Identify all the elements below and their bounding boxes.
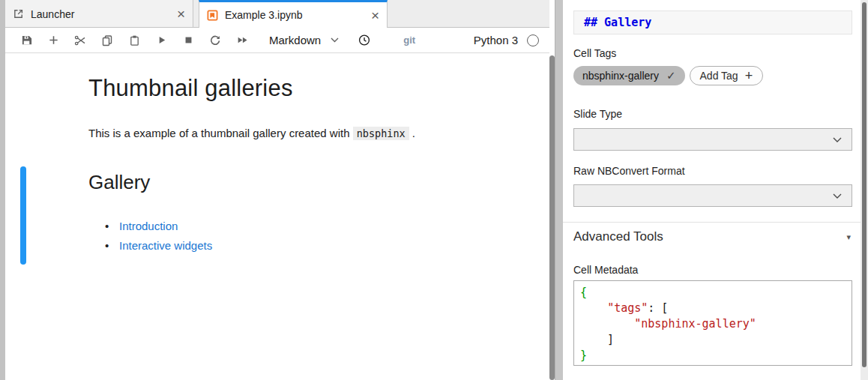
property-inspector-panel: ## Gallery Cell Tags nbsphinx-gallery ✓ … [563, 0, 861, 380]
collapse-caret-icon: ▾ [846, 232, 851, 242]
markdown-heading-1: Thumbnail galleries [88, 73, 293, 103]
raw-nbconvert-format-label: Raw NBConvert Format [573, 165, 852, 177]
cell-type-dropdown[interactable]: Markdown [269, 34, 339, 46]
advanced-tools-title: Advanced Tools [573, 229, 663, 244]
tab-bar: Launcher × Example 3.ipynb × [5, 0, 549, 28]
cell-metadata-label: Cell Metadata [573, 264, 852, 276]
left-edge-strip [0, 0, 5, 380]
fast-forward-icon [236, 34, 248, 46]
add-tag-button[interactable]: Add Tag + [690, 66, 764, 85]
paragraph-text-end: . [409, 127, 415, 139]
slide-type-select[interactable] [573, 128, 852, 151]
bullet-icon: • [105, 236, 109, 256]
add-tag-label: Add Tag [700, 70, 738, 82]
jupyterlab-window: Launcher × Example 3.ipynb × [0, 0, 868, 380]
paragraph-text: This is a example of a thumbnail gallery… [88, 127, 353, 139]
interrupt-kernel-button[interactable] [182, 34, 194, 46]
link-introduction[interactable]: Introduction [119, 220, 178, 232]
panel-splitter[interactable] [555, 0, 563, 380]
kernel-status-icon[interactable] [527, 34, 539, 46]
check-icon: ✓ [666, 69, 676, 82]
code-line: "nbsphinx-gallery" [580, 316, 852, 332]
list-item: •Introduction [103, 217, 212, 236]
code-line: ] [580, 332, 852, 348]
inspector-scrollbar-track[interactable] [861, 0, 868, 380]
close-tab-icon[interactable]: × [177, 7, 185, 21]
cell-metadata-editor[interactable]: { "tags": [ "nbsphinx-gallery" ] } [573, 280, 852, 366]
raw-nbconvert-format-select[interactable] [573, 184, 852, 207]
notebook-scrollbar[interactable] [549, 55, 555, 380]
notebook-dock-panel: Launcher × Example 3.ipynb × [5, 0, 549, 380]
cell-tags-row: nbsphinx-gallery ✓ Add Tag + [573, 66, 852, 85]
notebook-icon [207, 10, 218, 21]
run-cell-button[interactable] [155, 34, 167, 46]
selected-cell-indicator [20, 166, 26, 265]
slide-type-label: Slide Type [573, 108, 852, 120]
inline-code-span: nbsphinx [353, 127, 409, 140]
chevron-down-icon [833, 193, 842, 199]
tag-nbsphinx-gallery[interactable]: nbsphinx-gallery ✓ [573, 66, 685, 85]
paste-cells-button[interactable] [128, 34, 140, 46]
run-icon [156, 34, 167, 46]
tab-label: Launcher [31, 8, 74, 20]
code-line: { [580, 285, 852, 301]
restart-kernel-button[interactable] [209, 34, 221, 46]
cell-source-preview: ## Gallery [573, 10, 852, 34]
tag-label: nbsphinx-gallery [582, 70, 659, 82]
cell-source-text: ## Gallery [584, 16, 651, 29]
section-divider [563, 222, 861, 223]
bullet-icon: • [105, 217, 109, 236]
plus-icon: + [745, 69, 753, 82]
stop-icon [183, 34, 194, 46]
notebook-content: Thumbnail galleries This is a example of… [5, 53, 549, 380]
inspector-scrollbar-thumb[interactable] [862, 2, 867, 367]
cut-cells-button[interactable] [74, 34, 86, 46]
add-cell-button[interactable] [47, 34, 59, 46]
cell-type-value: Markdown [269, 34, 321, 46]
execution-time-button[interactable] [358, 34, 370, 46]
plus-icon [48, 34, 59, 46]
save-button[interactable] [20, 34, 32, 46]
gallery-link-list: •Introduction •Interactive widgets [103, 217, 212, 256]
save-icon [21, 34, 32, 46]
code-line: } [580, 348, 852, 364]
close-tab-icon[interactable]: × [371, 8, 379, 22]
clipboard-icon [129, 34, 140, 46]
markdown-heading-2: Gallery [88, 170, 150, 196]
run-all-button[interactable] [236, 34, 248, 46]
cell-tags-label: Cell Tags [573, 47, 852, 59]
tab-label: Example 3.ipynb [225, 9, 303, 21]
copy-cells-button[interactable] [101, 34, 113, 46]
code-line: "tags": [ [580, 301, 852, 316]
launcher-icon [13, 8, 24, 19]
list-item: •Interactive widgets [103, 236, 212, 256]
kernel-name: Python 3 [474, 34, 518, 46]
chevron-down-icon [331, 37, 339, 43]
link-interactive-widgets[interactable]: Interactive widgets [119, 239, 212, 252]
tab-launcher[interactable]: Launcher × [5, 0, 193, 28]
restart-icon [209, 34, 221, 46]
git-label: git [403, 34, 415, 46]
tab-example3-notebook[interactable]: Example 3.ipynb × [199, 0, 388, 28]
copy-icon [101, 34, 113, 46]
clock-icon [358, 34, 370, 46]
advanced-tools-header[interactable]: Advanced Tools ▾ [573, 229, 852, 244]
notebook-toolbar: Markdown git Python 3 [5, 28, 549, 53]
markdown-paragraph: This is a example of a thumbnail gallery… [88, 127, 415, 139]
scissors-icon [74, 34, 86, 46]
chevron-down-icon [833, 137, 842, 142]
